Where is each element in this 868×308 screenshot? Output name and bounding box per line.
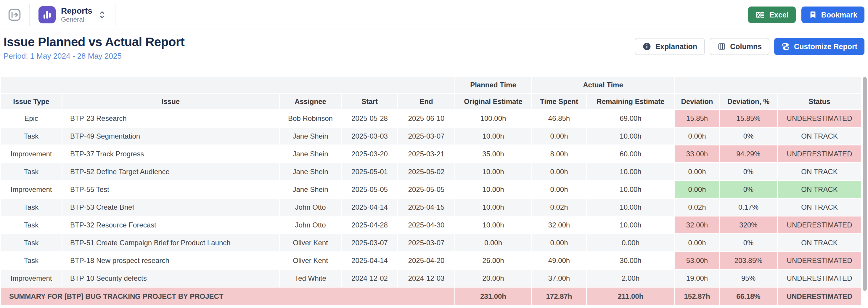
cell-deviation: 0.00h xyxy=(675,234,719,251)
page-header: Issue Planned vs Actual Report Period: 1… xyxy=(0,30,868,61)
bookmark-button[interactable]: Bookmark xyxy=(801,6,864,23)
cell-issue: BTP-53 Create Brief xyxy=(62,199,279,216)
cell-type: Task xyxy=(1,128,62,145)
cell-original_estimate: 35.00h xyxy=(455,146,531,162)
divider xyxy=(115,4,116,26)
cell-end: 2025-05-02 xyxy=(398,163,455,180)
cell-remaining_estimate: 10.00h xyxy=(587,216,674,234)
table-row: EpicBTP-23 ResearchBob Robinson2025-05-2… xyxy=(1,110,861,127)
cell-start: 2025-05-05 xyxy=(342,181,397,198)
cell-assignee: Jane Shein xyxy=(280,128,341,145)
cell-issue: BTP-23 Research xyxy=(62,110,279,127)
cell-time_spent: 0.00h xyxy=(532,234,586,251)
columns-button[interactable]: Columns xyxy=(710,38,769,55)
customize-report-button[interactable]: Customize Report xyxy=(774,38,864,55)
cell-time_spent: 32.00h xyxy=(532,216,586,234)
cell-time_spent: 0.02h xyxy=(532,199,586,216)
table-row: TaskBTP-52 Define Target AudienceJane Sh… xyxy=(1,163,861,180)
cell-start: 2025-04-14 xyxy=(342,199,397,216)
excel-icon xyxy=(755,10,765,20)
cell-time_spent: 0.00h xyxy=(532,163,586,180)
cell-end: 2025-05-05 xyxy=(398,181,455,198)
column-header-status: Status xyxy=(778,94,861,109)
cell-remaining_estimate: 0.00h xyxy=(587,234,674,251)
cell-type: Task xyxy=(1,234,62,251)
cell-remaining_estimate: 2.00h xyxy=(587,270,674,287)
cell-start: 2025-03-03 xyxy=(342,128,397,145)
column-header-time_spent: Time Spent xyxy=(532,94,586,109)
cell-assignee: Oliver Kent xyxy=(280,234,341,251)
cell-remaining_estimate: 10.00h xyxy=(587,181,674,198)
cell-type: Task xyxy=(1,163,62,180)
bar-chart-icon xyxy=(38,6,56,23)
cell-deviation_pct: 203.85% xyxy=(720,252,777,269)
cell-deviation_pct: 0% xyxy=(720,181,777,198)
selector-subtitle: General xyxy=(61,16,84,23)
vertical-scrollbar[interactable] xyxy=(863,77,867,291)
cell-remaining_estimate: 30.00h xyxy=(587,252,674,269)
report-table-container: Planned TimeActual Time Issue TypeIssueA… xyxy=(0,76,868,306)
cell-assignee: John Otto xyxy=(280,216,341,234)
group-header-cell xyxy=(675,77,861,93)
summary-deviation_pct: 66.18% xyxy=(720,287,777,305)
cell-type: Improvement xyxy=(1,181,62,198)
cell-start: 2025-05-01 xyxy=(342,163,397,180)
cell-deviation_pct: 0% xyxy=(720,234,777,251)
cell-end: 2025-06-10 xyxy=(398,110,455,127)
cell-end: 2025-03-21 xyxy=(398,146,455,162)
group-header-row: Planned TimeActual Time xyxy=(1,77,861,93)
report-actions: Explanation Columns Customi xyxy=(635,38,864,55)
cell-start: 2025-03-07 xyxy=(342,234,397,251)
cell-end: 2024-12-03 xyxy=(398,270,455,287)
group-header-cell xyxy=(1,77,455,93)
cell-issue: BTP-55 Test xyxy=(62,181,279,198)
cell-start: 2024-12-02 xyxy=(342,270,397,287)
cell-issue: BTP-37 Track Progress xyxy=(62,146,279,162)
cell-deviation: 32.00h xyxy=(675,216,719,234)
cell-assignee: Jane Shein xyxy=(280,163,341,180)
expand-panel-button[interactable] xyxy=(6,7,23,23)
cell-status: UNDERESTIMATED xyxy=(778,146,861,162)
cell-deviation_pct: 0% xyxy=(720,163,777,180)
cell-deviation: 53.00h xyxy=(675,252,719,269)
column-header-end: End xyxy=(398,94,455,109)
cell-status: ON TRACK xyxy=(778,199,861,216)
report-type-selector[interactable]: Reports General xyxy=(30,6,115,23)
cell-original_estimate: 10.00h xyxy=(455,216,531,234)
cell-deviation_pct: 95% xyxy=(720,270,777,287)
customize-report-label: Customize Report xyxy=(794,42,857,51)
table-row: ImprovementBTP-37 Track ProgressJane She… xyxy=(1,146,861,162)
excel-export-button[interactable]: Excel xyxy=(748,6,796,23)
cell-assignee: John Otto xyxy=(280,199,341,216)
excel-button-label: Excel xyxy=(769,11,788,19)
cell-end: 2025-03-07 xyxy=(398,128,455,145)
cell-remaining_estimate: 60.00h xyxy=(587,146,674,162)
cell-issue: BTP-32 Resource Forecast xyxy=(62,216,279,234)
table-row: TaskBTP-32 Resource ForecastJohn Otto202… xyxy=(1,216,861,234)
cell-start: 2025-03-20 xyxy=(342,146,397,162)
cell-status: UNDERESTIMATED xyxy=(778,110,861,127)
cell-end: 2025-04-15 xyxy=(398,199,455,216)
cell-deviation_pct: 0.17% xyxy=(720,199,777,216)
columns-icon xyxy=(717,42,726,51)
cell-start: 2025-04-28 xyxy=(342,216,397,234)
cell-status: ON TRACK xyxy=(778,128,861,145)
group-header-cell: Planned Time xyxy=(455,77,531,93)
selector-title: Reports xyxy=(61,6,92,16)
cell-type: Epic xyxy=(1,110,62,127)
cell-type: Improvement xyxy=(1,270,62,287)
cell-time_spent: 37.00h xyxy=(532,270,586,287)
summary-time_spent: 172.87h xyxy=(532,287,586,305)
cell-start: 2025-05-28 xyxy=(342,110,397,127)
explanation-button-label: Explanation xyxy=(655,42,697,51)
cell-deviation_pct: 0% xyxy=(720,128,777,145)
table-row: TaskBTP-53 Create BriefJohn Otto2025-04-… xyxy=(1,199,861,216)
summary-status: UNDERESTIMATED xyxy=(778,287,861,305)
cell-type: Task xyxy=(1,199,62,216)
cell-status: UNDERESTIMATED xyxy=(778,270,861,287)
table-row: TaskBTP-51 Create Campaign Brief for Pro… xyxy=(1,234,861,251)
cell-deviation: 0.02h xyxy=(675,199,719,216)
explanation-button[interactable]: Explanation xyxy=(635,38,705,55)
bookmark-add-icon xyxy=(808,10,817,19)
cell-assignee: Jane Shein xyxy=(280,181,341,198)
